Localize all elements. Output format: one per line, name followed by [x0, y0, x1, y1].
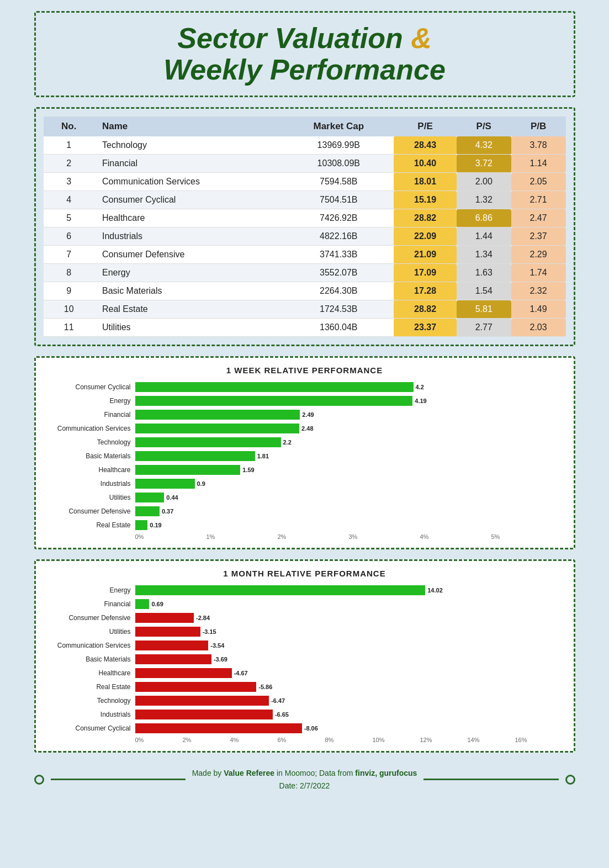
bar-label: Consumer Defensive: [47, 614, 135, 622]
cell-pe: 21.09: [394, 246, 457, 264]
bar-row: Communication Services2.48: [47, 423, 563, 434]
footer-line1: Made by Value Referee in Moomoo; Data fr…: [192, 769, 417, 777]
col-marketcap: Market Cap: [283, 117, 394, 136]
cell-pb: 1.49: [511, 300, 566, 319]
page-title: Sector Valuation & Weekly Performance: [52, 23, 557, 86]
cell-pb: 1.74: [511, 264, 566, 282]
bar-value: 2.48: [301, 425, 313, 432]
bar-area: 0.44: [135, 492, 563, 503]
bar-label: Real Estate: [47, 521, 135, 529]
bar-row: Basic Materials1.81: [47, 451, 563, 462]
bar-row: Industrials0.9: [47, 478, 563, 489]
cell-name: Technology: [94, 136, 283, 155]
cell-pb: 1.14: [511, 155, 566, 173]
bar-row: Consumer Cyclical4.2: [47, 382, 563, 393]
cell-no: 10: [44, 300, 95, 319]
cell-no: 7: [44, 246, 95, 264]
x-tick: 2%: [183, 737, 230, 743]
week-chart-title: 1 WEEK RELATIVE PERFORMANCE: [47, 366, 563, 375]
bar-label: Financial: [47, 411, 135, 419]
cell-name: Communication Services: [94, 173, 283, 191]
bar-area: -3.54: [135, 640, 563, 651]
bar-fill: [135, 382, 414, 392]
bar-row: Consumer Defensive-2.84: [47, 612, 563, 623]
col-ps: P/S: [457, 117, 511, 136]
cell-pe: 18.01: [394, 173, 457, 191]
cell-no: 8: [44, 264, 95, 282]
cell-ps: 1.63: [457, 264, 511, 282]
bar-area: 14.02: [135, 585, 563, 596]
footer-circle-right: [565, 775, 575, 785]
bar-value: -6.47: [271, 697, 285, 704]
bar-row: Technology-6.47: [47, 695, 563, 706]
bar-fill: [135, 627, 200, 637]
bar-area: 0.19: [135, 520, 563, 531]
bar-area: -5.86: [135, 681, 563, 692]
x-tick: 14%: [468, 737, 515, 743]
x-tick: 16%: [515, 737, 563, 743]
bar-value: -3.69: [214, 656, 227, 663]
month-chart-title: 1 MONTH RELATIVE PERFORMANCE: [47, 569, 563, 578]
bar-area: 4.19: [135, 395, 563, 406]
cell-no: 4: [44, 191, 95, 209]
title-box: Sector Valuation & Weekly Performance: [34, 11, 575, 97]
cell-pb: 2.47: [511, 209, 566, 227]
bar-value: -2.84: [196, 615, 210, 621]
bar-fill: [135, 654, 211, 664]
cell-name: Healthcare: [94, 209, 283, 227]
bar-fill: [135, 723, 302, 733]
cell-name: Basic Materials: [94, 282, 283, 300]
footer: Made by Value Referee in Moomoo; Data fr…: [34, 767, 575, 792]
bar-value: -4.67: [234, 670, 248, 676]
cell-marketcap: 3552.07B: [283, 264, 394, 282]
bar-value: 14.02: [427, 587, 443, 594]
bar-fill: [135, 479, 195, 489]
cell-marketcap: 1360.04B: [283, 319, 394, 337]
bar-area: 0.9: [135, 478, 563, 489]
bar-label: Basic Materials: [47, 452, 135, 460]
bar-value: -8.06: [304, 725, 318, 732]
x-tick: 5%: [491, 533, 563, 540]
cell-name: Real Estate: [94, 300, 283, 319]
bar-fill: [135, 613, 194, 623]
footer-circle-left: [34, 775, 44, 785]
bar-label: Technology: [47, 697, 135, 705]
x-tick: 4%: [420, 533, 491, 540]
bar-area: -8.06: [135, 723, 563, 734]
footer-line-left: [51, 779, 186, 780]
bar-fill: [135, 437, 281, 447]
cell-pe: 22.09: [394, 227, 457, 246]
cell-pb: 2.71: [511, 191, 566, 209]
cell-name: Consumer Cyclical: [94, 191, 283, 209]
bar-fill: [135, 696, 269, 706]
bar-value: 1.81: [257, 453, 269, 459]
bar-row: Real Estate-5.86: [47, 681, 563, 692]
bar-fill: [135, 710, 273, 719]
bar-label: Utilities: [47, 494, 135, 501]
bar-area: 2.48: [135, 423, 563, 434]
bar-row: Financial2.49: [47, 409, 563, 420]
bar-value: -5.86: [258, 684, 272, 690]
bar-row: Industrials-6.65: [47, 709, 563, 720]
cell-ps: 4.32: [457, 136, 511, 155]
bar-row: Communication Services-3.54: [47, 640, 563, 651]
bar-row: Utilities-3.15: [47, 626, 563, 637]
x-tick: 0%: [135, 533, 206, 540]
cell-ps: 2.77: [457, 319, 511, 337]
cell-pb: 2.03: [511, 319, 566, 337]
col-pb: P/B: [511, 117, 566, 136]
x-tick: 12%: [420, 737, 468, 743]
bar-value: 1.59: [242, 467, 254, 473]
cell-name: Financial: [94, 155, 283, 173]
bar-value: 0.19: [150, 522, 161, 528]
bar-row: Utilities0.44: [47, 492, 563, 503]
col-name: Name: [94, 117, 283, 136]
bar-value: 4.19: [415, 398, 426, 404]
bar-area: 0.69: [135, 599, 563, 610]
bar-label: Consumer Cyclical: [47, 724, 135, 732]
bar-row: Consumer Cyclical-8.06: [47, 723, 563, 734]
cell-name: Industrials: [94, 227, 283, 246]
footer-line2: Date: 2/7/2022: [279, 781, 330, 790]
cell-pe: 10.40: [394, 155, 457, 173]
x-tick: 6%: [278, 737, 325, 743]
